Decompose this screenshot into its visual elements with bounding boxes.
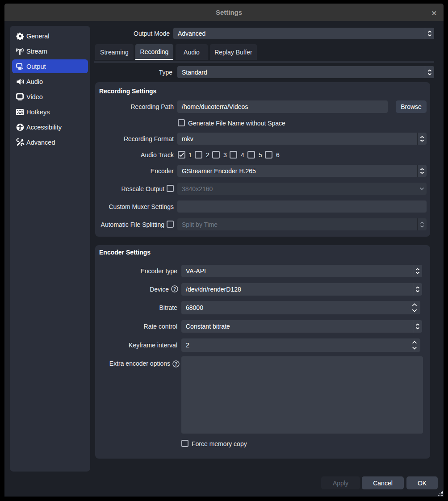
svg-text:?: ? xyxy=(175,361,177,367)
svg-text:?: ? xyxy=(173,286,176,292)
